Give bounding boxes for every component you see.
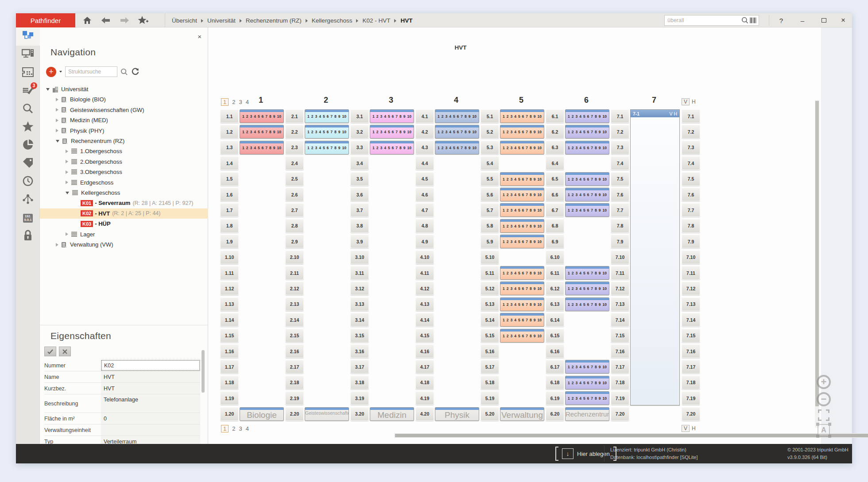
port-5[interactable]: 5 bbox=[583, 177, 585, 181]
port-8[interactable]: 8 bbox=[595, 130, 597, 134]
port-7[interactable]: 7 bbox=[461, 130, 463, 134]
port-3[interactable]: 3 bbox=[575, 302, 577, 307]
port-4[interactable]: 4 bbox=[579, 114, 581, 119]
port-8[interactable]: 8 bbox=[399, 114, 402, 119]
tree-item[interactable]: Geisteswissenschaften (GW) bbox=[40, 105, 208, 115]
port-2[interactable]: 2 bbox=[572, 396, 574, 401]
port-6[interactable]: 6 bbox=[392, 146, 394, 150]
port-7[interactable]: 7 bbox=[591, 365, 593, 369]
port-8[interactable]: 8 bbox=[530, 271, 532, 275]
port-8[interactable]: 8 bbox=[595, 271, 597, 275]
app-menu-button[interactable]: Pathfinder bbox=[16, 13, 75, 27]
port-6[interactable]: 6 bbox=[522, 114, 524, 119]
patch-panel-1.1[interactable]: 12345678910 bbox=[240, 109, 284, 123]
port-2[interactable]: 2 bbox=[376, 130, 379, 134]
port-3[interactable]: 3 bbox=[575, 114, 577, 119]
port-5[interactable]: 5 bbox=[583, 396, 585, 401]
port-4[interactable]: 4 bbox=[384, 114, 386, 119]
port-7[interactable]: 7 bbox=[591, 271, 593, 275]
page-tab-2[interactable]: 2 bbox=[232, 425, 235, 432]
port-1[interactable]: 1 bbox=[242, 130, 244, 134]
port-2[interactable]: 2 bbox=[572, 114, 574, 119]
expand-icon[interactable] bbox=[66, 170, 68, 174]
port-10[interactable]: 10 bbox=[537, 146, 541, 150]
port-1[interactable]: 1 bbox=[568, 365, 570, 369]
rack-panel-7-1[interactable]: 7-1V H bbox=[630, 109, 680, 405]
port-7[interactable]: 7 bbox=[591, 130, 593, 134]
expand-icon[interactable] bbox=[66, 150, 68, 153]
port-3[interactable]: 3 bbox=[575, 193, 577, 197]
port-6[interactable]: 6 bbox=[457, 114, 459, 119]
port-4[interactable]: 4 bbox=[579, 365, 581, 369]
expand-icon[interactable] bbox=[66, 181, 68, 184]
port-10[interactable]: 10 bbox=[602, 130, 606, 134]
port-7[interactable]: 7 bbox=[526, 302, 528, 307]
patch-panel-6.11[interactable]: 12345678910 bbox=[565, 266, 609, 280]
maximize-button[interactable] bbox=[815, 13, 833, 27]
patch-panel-6.5[interactable]: 12345678910 bbox=[565, 172, 609, 186]
port-9[interactable]: 9 bbox=[534, 208, 536, 212]
port-10[interactable]: 10 bbox=[537, 286, 541, 291]
port-5[interactable]: 5 bbox=[388, 130, 390, 134]
port-1[interactable]: 1 bbox=[372, 130, 375, 134]
horizontal-scrollbar-thumb[interactable] bbox=[395, 434, 868, 437]
port-7[interactable]: 7 bbox=[526, 114, 528, 119]
port-10[interactable]: 10 bbox=[342, 114, 346, 119]
expand-icon[interactable] bbox=[56, 243, 58, 247]
clock-button[interactable] bbox=[16, 173, 40, 191]
port-4[interactable]: 4 bbox=[514, 271, 516, 275]
tree-item[interactable]: 3.Obergeschoss bbox=[40, 167, 208, 177]
port-9[interactable]: 9 bbox=[534, 318, 536, 322]
port-2[interactable]: 2 bbox=[246, 114, 248, 119]
port-8[interactable]: 8 bbox=[530, 114, 532, 119]
port-4[interactable]: 4 bbox=[449, 130, 451, 134]
port-6[interactable]: 6 bbox=[587, 177, 589, 181]
port-10[interactable]: 10 bbox=[602, 193, 606, 197]
port-5[interactable]: 5 bbox=[258, 114, 260, 119]
port-2[interactable]: 2 bbox=[246, 130, 248, 134]
port-9[interactable]: 9 bbox=[599, 146, 601, 150]
port-8[interactable]: 8 bbox=[595, 302, 597, 307]
port-10[interactable]: 10 bbox=[537, 271, 541, 275]
port-4[interactable]: 4 bbox=[579, 381, 581, 385]
port-6[interactable]: 6 bbox=[522, 286, 524, 291]
port-3[interactable]: 3 bbox=[575, 396, 577, 401]
port-6[interactable]: 6 bbox=[587, 193, 589, 197]
patch-panel-3.3[interactable]: 12345678910 bbox=[370, 141, 414, 154]
port-9[interactable]: 9 bbox=[534, 224, 536, 228]
port-2[interactable]: 2 bbox=[507, 146, 509, 150]
port-8[interactable]: 8 bbox=[334, 130, 337, 134]
port-10[interactable]: 10 bbox=[537, 302, 541, 307]
property-value-input[interactable]: HVT bbox=[101, 371, 200, 382]
port-7[interactable]: 7 bbox=[395, 130, 398, 134]
port-3[interactable]: 3 bbox=[380, 114, 382, 119]
port-1[interactable]: 1 bbox=[307, 130, 310, 134]
port-10[interactable]: 10 bbox=[602, 114, 606, 119]
patch-panel-6.6[interactable]: 12345678910 bbox=[565, 188, 609, 201]
port-5[interactable]: 5 bbox=[583, 146, 585, 150]
port-9[interactable]: 9 bbox=[599, 208, 601, 212]
tree-item[interactable]: Medizin (MED) bbox=[40, 115, 208, 125]
port-9[interactable]: 9 bbox=[599, 114, 601, 119]
port-1[interactable]: 1 bbox=[503, 271, 505, 275]
port-2[interactable]: 2 bbox=[442, 146, 444, 150]
port-9[interactable]: 9 bbox=[273, 130, 275, 134]
port-10[interactable]: 10 bbox=[342, 146, 346, 150]
port-2[interactable]: 2 bbox=[246, 146, 248, 150]
port-7[interactable]: 7 bbox=[526, 130, 528, 134]
port-4[interactable]: 4 bbox=[449, 114, 451, 119]
port-9[interactable]: 9 bbox=[403, 146, 406, 150]
add-node-button[interactable]: + bbox=[46, 67, 56, 77]
patch-panel-4.2[interactable]: 12345678910 bbox=[435, 125, 479, 139]
port-5[interactable]: 5 bbox=[518, 177, 520, 181]
expand-icon[interactable] bbox=[66, 160, 68, 163]
port-6[interactable]: 6 bbox=[522, 334, 524, 338]
port-1[interactable]: 1 bbox=[503, 286, 505, 291]
port-7[interactable]: 7 bbox=[461, 114, 463, 119]
patch-panel-3.20[interactable]: Medizin bbox=[370, 407, 414, 421]
tree-item[interactable]: Verwaltung (VW) bbox=[40, 239, 208, 250]
port-2[interactable]: 2 bbox=[507, 177, 509, 181]
port-9[interactable]: 9 bbox=[403, 114, 406, 119]
port-10[interactable]: 10 bbox=[342, 130, 346, 134]
port-8[interactable]: 8 bbox=[595, 381, 597, 385]
